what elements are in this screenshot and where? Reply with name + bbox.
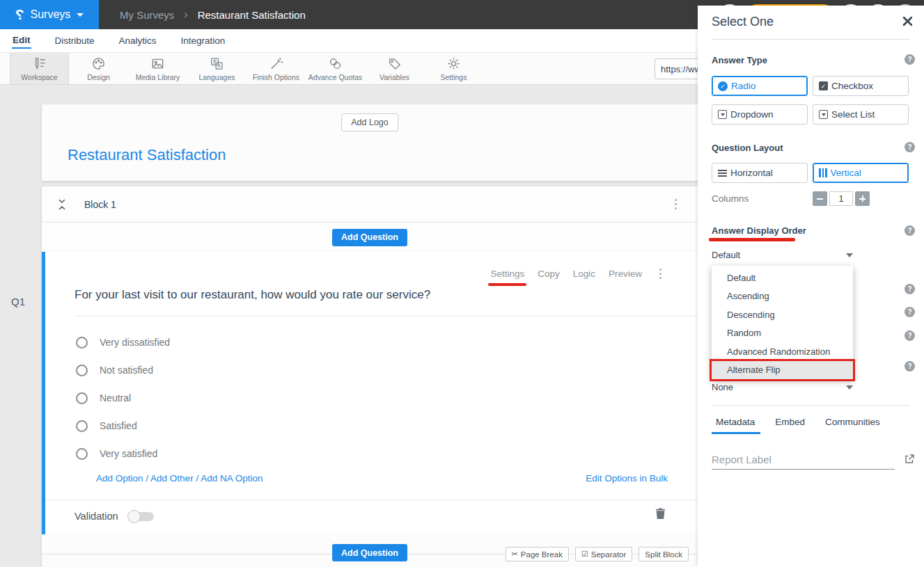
validation-toggle[interactable] (127, 511, 154, 522)
answer-display-order-label: Answer Display Order (712, 225, 806, 236)
toolbar-item-media-library[interactable]: Media Library (128, 53, 187, 84)
help-icon[interactable]: ? (905, 284, 915, 294)
question-tab-settings[interactable]: Settings (490, 269, 524, 279)
toolbar-item-variables[interactable]: Variables (365, 53, 424, 84)
finish-options-icon (269, 56, 283, 71)
add-question-strip: Add Question (42, 222, 698, 252)
tab-distribute[interactable]: Distribute (54, 33, 95, 48)
question-text[interactable]: For your last visit to our restaurant, h… (75, 288, 430, 302)
page-break-button[interactable]: ✂ Page Break (506, 547, 569, 561)
option-label[interactable]: Neutral (100, 392, 131, 404)
toolbar-item-design[interactable]: Design (69, 53, 128, 84)
menu-item-random[interactable]: Random (712, 324, 853, 343)
delete-question-button[interactable] (655, 507, 666, 522)
decrement-button[interactable] (813, 191, 827, 206)
menu-item-ascending[interactable]: Ascending (712, 287, 853, 306)
help-icon[interactable]: ? (905, 54, 915, 65)
radio-button-icon[interactable] (76, 448, 88, 460)
product-switcher[interactable]: ? Surveys (0, 0, 99, 29)
radio-button-icon[interactable] (76, 365, 88, 376)
edit-options-in-bulk-link[interactable]: Edit Options in Bulk (586, 473, 668, 484)
toolbar-item-finish-options[interactable]: Finish Options (246, 53, 306, 84)
divider (45, 500, 698, 500)
option-label[interactable]: Very dissatisfied (100, 337, 170, 348)
option-label[interactable]: Satisfied (100, 420, 137, 431)
menu-item-advanced-randomization[interactable]: Advanced Randomization (712, 342, 853, 361)
divider (75, 316, 698, 317)
add-logo-button[interactable]: Add Logo (341, 113, 398, 131)
tab-analytics[interactable]: Analytics (118, 33, 157, 48)
checkbox-icon: ☑ (581, 550, 588, 559)
block-footer-buttons: ✂ Page Break ☑ Separator Split Block (506, 547, 689, 561)
report-label-input[interactable]: Report Label (712, 454, 772, 465)
menu-item-alternate-flip[interactable]: Alternate Flip (712, 361, 853, 380)
answer-type-checkbox[interactable]: ✓ Checkbox (813, 76, 909, 96)
breadcrumb-my-surveys[interactable]: My Surveys (120, 9, 174, 21)
panel-tab-communities[interactable]: Communities (825, 417, 880, 427)
columns-value[interactable]: 1 (829, 191, 853, 206)
panel-tab-metadata[interactable]: Metadata (716, 417, 755, 427)
radio-button-icon[interactable] (76, 392, 88, 404)
block-menu-button[interactable] (672, 196, 680, 212)
help-icon[interactable]: ? (905, 142, 915, 152)
close-icon (902, 16, 913, 26)
chevron-down-icon (846, 385, 853, 390)
add-na-option-link[interactable]: Add NA Option (201, 473, 263, 484)
help-icon[interactable]: ? (905, 330, 915, 341)
answer-display-order-select[interactable]: Default (712, 250, 853, 260)
radio-button-icon[interactable] (76, 420, 88, 432)
close-panel-button[interactable] (902, 16, 913, 29)
add-option-link[interactable]: Add Option (96, 473, 143, 484)
chevron-down-icon (846, 253, 853, 257)
block-title[interactable]: Block 1 (84, 199, 116, 210)
expand-report-label-button[interactable] (904, 454, 915, 468)
menu-item-default[interactable]: Default (712, 269, 853, 287)
answer-option-row: Not satisfied (76, 356, 170, 384)
answer-type-dropdown[interactable]: Dropdown (712, 104, 808, 125)
question-menu-button[interactable] (657, 266, 664, 282)
question-tab-preview[interactable]: Preview (609, 269, 642, 279)
survey-title[interactable]: Restaurant Satisfaction (68, 146, 226, 164)
collapse-block-button[interactable] (57, 198, 67, 211)
help-icon[interactable]: ? (905, 225, 915, 236)
tab-integration[interactable]: Integration (180, 33, 226, 48)
media-library-icon (150, 56, 165, 71)
increment-button[interactable] (855, 191, 870, 206)
columns-stepper: 1 (813, 191, 870, 206)
toolbar-item-workspace[interactable]: Workspace (10, 53, 69, 84)
question-number: Q1 (11, 296, 25, 308)
tab-edit[interactable]: Edit (12, 33, 31, 49)
answer-type-select-list[interactable]: Select List (813, 104, 909, 125)
toolbar-item-settings[interactable]: Settings (424, 53, 483, 84)
panel-tab-embed[interactable]: Embed (775, 417, 805, 427)
block-footer-strip: Add Question ✂ Page Break ☑ Separator Sp… (42, 534, 698, 567)
toolbar-item-advance-quotas[interactable]: Advance Quotas (306, 53, 365, 84)
add-other-link[interactable]: Add Other (150, 473, 194, 484)
layout-horizontal[interactable]: Horizontal (712, 163, 808, 183)
split-block-button[interactable]: Split Block (639, 547, 689, 561)
answer-option-row: Neutral (76, 384, 170, 412)
question-tab-copy[interactable]: Copy (538, 269, 560, 279)
answer-display-order-menu: Default Ascending Descending Random Adva… (712, 266, 853, 379)
radio-button-icon[interactable] (76, 337, 88, 349)
menu-item-descending[interactable]: Descending (712, 305, 853, 324)
add-question-button[interactable]: Add Question (332, 229, 407, 246)
layout-vertical[interactable]: Vertical (813, 163, 909, 183)
panel-tabs: Metadata Embed Communities (716, 417, 880, 427)
checkbox-icon: ✓ (819, 81, 828, 90)
answer-options-list: Very dissatisfied Not satisfied Neutral … (76, 328, 170, 468)
secondary-select[interactable]: None (712, 382, 853, 392)
option-label[interactable]: Not satisfied (100, 365, 153, 376)
answer-type-radio[interactable]: ✓ Radio (712, 76, 808, 96)
add-question-button-bottom[interactable]: Add Question (332, 544, 407, 561)
link-separator: / (196, 473, 198, 484)
question-tab-logic[interactable]: Logic (573, 269, 595, 279)
help-icon[interactable]: ? (905, 307, 915, 317)
separator-button[interactable]: ☑ Separator (575, 547, 632, 561)
option-label[interactable]: Very satisfied (100, 448, 157, 459)
block-header: Block 1 (42, 186, 698, 222)
toolbar-item-languages[interactable]: A Languages (187, 53, 246, 84)
link-separator: / (146, 473, 148, 484)
advance-quotas-icon (328, 56, 343, 71)
help-icon[interactable]: ? (905, 361, 915, 372)
